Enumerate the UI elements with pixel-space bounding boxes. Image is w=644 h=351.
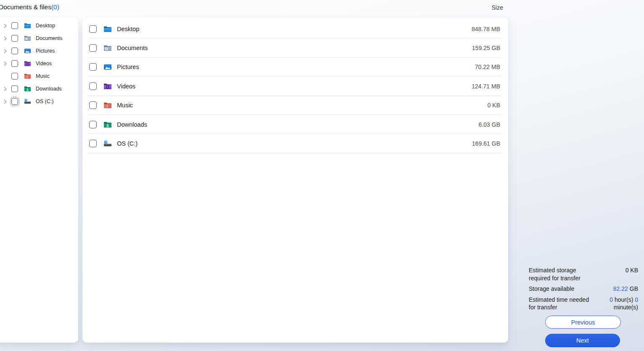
desktop-folder-icon	[24, 23, 31, 29]
downloads-folder-icon	[103, 121, 112, 128]
videos-checkbox[interactable]	[11, 60, 18, 67]
row-name: Documents	[117, 45, 472, 51]
row-name: OS (C:)	[117, 140, 472, 147]
next-button[interactable]: Next	[545, 334, 620, 347]
videos-folder-icon	[103, 83, 112, 90]
file-list: Desktop 848.78 MB Documents 159.25 GB Pi…	[82, 18, 508, 153]
pictures-checkbox[interactable]	[11, 48, 18, 54]
previous-button[interactable]: Previous	[545, 316, 621, 329]
folder-tree: Desktop Documents Pictures Videos Music	[0, 18, 78, 108]
os-c-row-checkbox[interactable]	[89, 140, 97, 147]
row-name: Videos	[117, 83, 472, 90]
music-folder-icon	[24, 73, 31, 79]
sidebar-item-label: Music	[36, 73, 50, 79]
sidebar-item-desktop[interactable]: Desktop	[0, 19, 78, 32]
sidebar-item-documents[interactable]: Documents	[0, 32, 78, 45]
row-name: Downloads	[117, 121, 479, 128]
time-minutes-unit: minute(s)	[614, 304, 638, 311]
chevron-right-icon[interactable]	[4, 99, 7, 104]
music-folder-icon	[103, 102, 112, 109]
sidebar-item-downloads[interactable]: Downloads	[0, 82, 78, 95]
list-row-music[interactable]: Music 0 KB	[82, 96, 508, 115]
chevron-right-icon[interactable]	[4, 24, 7, 28]
row-size: 70.22 MB	[475, 64, 500, 70]
pictures-folder-icon	[24, 48, 31, 54]
summary-row-time-needed: Estimated time needed for transfer 0 hou…	[529, 296, 638, 311]
row-size: 6.03 GB	[479, 121, 500, 128]
sidebar-item-label: Videos	[36, 61, 52, 66]
list-row-documents[interactable]: Documents 159.25 GB	[82, 38, 508, 57]
row-size: 848.78 MB	[472, 26, 500, 32]
chevron-right-icon[interactable]	[4, 49, 7, 53]
documents-folder-icon	[24, 35, 31, 41]
sidebar-item-pictures[interactable]: Pictures	[0, 45, 78, 57]
list-row-pictures[interactable]: Pictures 70.22 MB	[82, 58, 508, 77]
row-size: 169.61 GB	[472, 140, 500, 147]
storage-available-number: 82.22	[613, 285, 628, 292]
documents-row-checkbox[interactable]	[89, 44, 97, 52]
sidebar-item-label: Documents	[36, 35, 62, 41]
documents-folder-icon	[103, 45, 112, 51]
row-size: 124.71 MB	[472, 83, 500, 90]
summary-row-storage-required: Estimated storage required for transfer …	[529, 266, 638, 282]
chevron-right-icon[interactable]	[4, 36, 7, 41]
desktop-folder-icon	[103, 26, 112, 32]
list-row-desktop[interactable]: Desktop 848.78 MB	[82, 19, 508, 38]
page-title-count: (0)	[51, 3, 59, 11]
pictures-folder-icon	[103, 64, 112, 70]
drive-icon	[24, 98, 31, 104]
sidebar-item-label: Downloads	[36, 86, 62, 92]
list-row-videos[interactable]: Videos 124.71 MB	[82, 77, 508, 96]
chevron-right-icon[interactable]	[4, 87, 7, 91]
music-checkbox[interactable]	[11, 73, 18, 80]
summary-value: 0 hour(s) 0 minute(s)	[596, 296, 638, 311]
time-minutes: 0	[635, 296, 638, 303]
sidebar-item-label: Pictures	[36, 48, 55, 54]
desktop-row-checkbox[interactable]	[89, 25, 97, 33]
page-title-text: Documents & files	[0, 3, 51, 11]
row-size: 0 KB	[488, 102, 500, 109]
summary-row-storage-available: Storage available 82.22 GB	[529, 285, 638, 293]
storage-available-unit: GB	[628, 285, 638, 292]
desktop-checkbox[interactable]	[11, 22, 18, 29]
downloads-checkbox[interactable]	[11, 85, 18, 92]
transfer-summary: Estimated storage required for transfer …	[529, 266, 638, 314]
os-c-checkbox[interactable]	[11, 98, 18, 105]
sidebar-item-videos[interactable]: Videos	[0, 57, 78, 70]
videos-row-checkbox[interactable]	[89, 82, 97, 90]
row-name: Pictures	[117, 64, 475, 70]
list-row-downloads[interactable]: Downloads 6.03 GB	[82, 115, 508, 134]
time-hours: 0	[610, 296, 613, 303]
folder-tree-panel: Desktop Documents Pictures Videos Music	[0, 18, 78, 343]
videos-folder-icon	[24, 61, 31, 66]
summary-label: Storage available	[529, 285, 593, 293]
downloads-folder-icon	[24, 86, 31, 92]
documents-checkbox[interactable]	[11, 35, 18, 42]
size-column-header: Size	[492, 4, 503, 11]
time-hours-unit: hour(s)	[613, 296, 635, 303]
row-name: Music	[117, 102, 488, 109]
pictures-row-checkbox[interactable]	[89, 63, 97, 71]
chevron-right-icon[interactable]	[4, 61, 7, 66]
row-name: Desktop	[117, 26, 472, 32]
sidebar-item-music[interactable]: Music	[0, 70, 78, 82]
row-size: 159.25 GB	[472, 45, 500, 51]
summary-value: 82.22 GB	[596, 285, 638, 293]
sidebar-item-label: OS (C:)	[36, 98, 53, 104]
downloads-row-checkbox[interactable]	[89, 121, 97, 128]
sidebar-item-label: Desktop	[36, 23, 55, 29]
list-row-os-c[interactable]: OS (C:) 169.61 GB	[82, 134, 508, 153]
file-list-panel: Desktop 848.78 MB Documents 159.25 GB Pi…	[82, 18, 508, 343]
summary-label: Estimated storage required for transfer	[529, 266, 593, 282]
sidebar-item-os-c[interactable]: OS (C:)	[0, 95, 78, 108]
music-row-checkbox[interactable]	[89, 101, 97, 109]
page-title: Documents & files(0)	[0, 3, 59, 11]
summary-value: 0 KB	[596, 266, 638, 282]
summary-label: Estimated time needed for transfer	[529, 296, 593, 311]
drive-icon	[103, 140, 112, 147]
